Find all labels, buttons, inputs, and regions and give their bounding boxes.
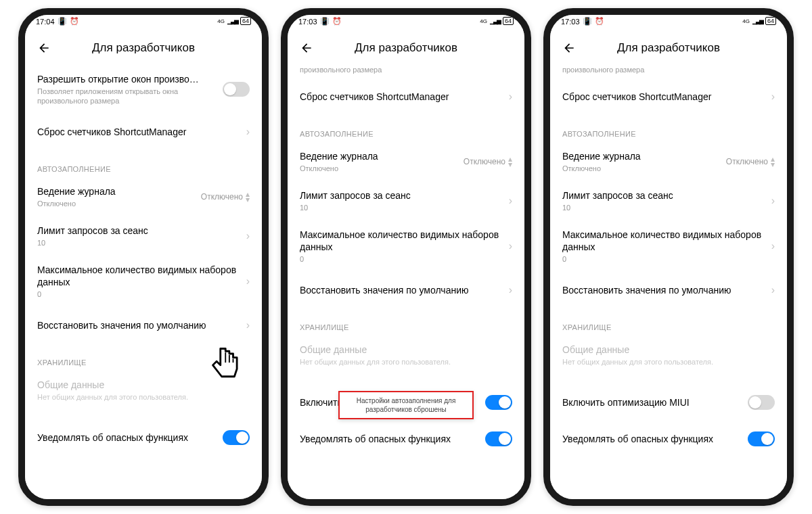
item-title: Максимальное количество видимых наборов … xyxy=(562,229,765,253)
updown-icon: ▴▾ xyxy=(246,191,250,202)
battery-indicator: 64 xyxy=(765,17,776,25)
page-title: Для разработчиков xyxy=(33,41,254,55)
screen: 17:03 📳 ⏰ 4G ▁▃▅ 64 Для разработчиков пр… xyxy=(288,15,524,499)
item-subtitle: 10 xyxy=(300,203,502,212)
status-time: 17:04 xyxy=(36,18,55,26)
item-logging[interactable]: Ведение журнала Отключено Отключено ▴▾ xyxy=(288,142,524,181)
item-title: Общие данные xyxy=(300,344,505,356)
item-restore-defaults[interactable]: Восстановить значения по умолчанию › xyxy=(550,272,787,308)
item-subtitle: Нет общих данных для этого пользователя. xyxy=(37,392,243,402)
screen: 17:04 📳 ⏰ 4G ▁▃▅ 64 Для разработчиков Ра… xyxy=(25,15,262,499)
signal-icon: ▁▃▅ xyxy=(227,18,238,24)
section-storage: ХРАНИЛИЩЕ xyxy=(550,308,787,335)
item-maxsets[interactable]: Максимальное количество видимых наборов … xyxy=(550,220,787,272)
item-logging[interactable]: Ведение журнала Отключено Отключено ▴▾ xyxy=(550,142,787,181)
item-subtitle: Отключено xyxy=(37,199,194,208)
item-value: Отключено xyxy=(464,157,505,166)
network-indicator: 4G xyxy=(217,18,225,24)
item-subtitle: Отключено xyxy=(562,164,719,173)
chevron-right-icon: › xyxy=(509,284,512,296)
item-subtitle: Отключено xyxy=(300,164,457,173)
item-subtitle: 0 xyxy=(562,254,765,264)
item-subtitle: Нет общих данных для этого пользователя. xyxy=(300,357,505,367)
settings-content[interactable]: Разрешить открытие окон произво… Позволя… xyxy=(25,65,262,499)
chevron-right-icon: › xyxy=(246,126,250,138)
toggle-allow-resize[interactable] xyxy=(223,82,250,97)
item-title: Лимит запросов за сеанс xyxy=(37,225,240,237)
item-restore-defaults[interactable]: Восстановить значения по умолчанию › xyxy=(288,272,524,308)
toast-line: Настройки автозаполнения для xyxy=(352,396,460,405)
item-title: Лимит запросов за сеанс xyxy=(300,189,502,202)
item-reset-shortcut[interactable]: Сброс счетчиков ShortcutManager › xyxy=(550,78,787,115)
section-storage: ХРАНИЛИЩЕ xyxy=(25,344,262,371)
item-subtitle: 0 xyxy=(300,254,502,264)
toggle-notify-danger[interactable] xyxy=(748,431,775,446)
vibrate-icon: 📳 xyxy=(583,17,592,26)
toggle-notify-danger[interactable] xyxy=(485,431,512,446)
item-limit[interactable]: Лимит запросов за сеанс 10 › xyxy=(550,181,787,220)
chevron-right-icon: › xyxy=(246,230,250,242)
status-time: 17:03 xyxy=(298,18,317,26)
item-title: Сброс счетчиков ShortcutManager xyxy=(37,126,240,138)
item-value: Отключено xyxy=(726,157,768,166)
status-bar: 17:03 📳 ⏰ 4G ▁▃▅ 64 xyxy=(550,15,787,31)
item-title: Уведомлять об опасных функциях xyxy=(562,433,741,445)
page-title: Для разработчиков xyxy=(296,41,516,55)
item-reset-shortcut[interactable]: Сброс счетчиков ShortcutManager › xyxy=(25,114,262,150)
toggle-miui-opt[interactable] xyxy=(485,395,512,410)
item-title: Восстановить значения по умолчанию xyxy=(562,284,765,296)
item-maxsets[interactable]: Максимальное количество видимых наборов … xyxy=(25,256,262,307)
chevron-right-icon: › xyxy=(771,240,775,252)
item-subtitle: 10 xyxy=(562,203,765,212)
item-miui-opt[interactable]: Включить оптимизацию MIUI xyxy=(550,384,787,421)
settings-content[interactable]: произвольного размера Сброс счетчиков Sh… xyxy=(550,65,787,499)
vibrate-icon: 📳 xyxy=(320,17,330,26)
screen: 17:03 📳 ⏰ 4G ▁▃▅ 64 Для разработчиков пр… xyxy=(550,15,787,499)
status-time: 17:03 xyxy=(561,18,580,26)
vibrate-icon: 📳 xyxy=(58,17,67,26)
item-notify-danger[interactable]: Уведомлять об опасных функциях xyxy=(550,421,787,457)
item-title: Уведомлять об опасных функциях xyxy=(300,433,478,445)
updown-icon: ▴▾ xyxy=(508,156,512,167)
header: Для разработчиков xyxy=(25,31,262,65)
item-title: Общие данные xyxy=(562,344,768,356)
network-indicator: 4G xyxy=(742,18,750,24)
item-logging[interactable]: Ведение журнала Отключено Отключено ▴▾ xyxy=(25,177,262,216)
chevron-right-icon: › xyxy=(509,91,512,103)
item-subtitle: 0 xyxy=(37,289,240,299)
section-autofill: АВТОЗАПОЛНЕНИЕ xyxy=(25,150,262,177)
item-title: Восстановить значения по умолчанию xyxy=(37,319,240,331)
item-subtitle: Позволяет приложениям открывать окна про… xyxy=(37,87,216,106)
item-title: Максимальное количество видимых наборов … xyxy=(300,229,502,253)
cut-subtitle: произвольного размера xyxy=(550,65,787,78)
page-title: Для разработчиков xyxy=(558,41,779,55)
item-limit[interactable]: Лимит запросов за сеанс 10 › xyxy=(288,181,524,220)
item-value: Отключено xyxy=(201,192,243,202)
chevron-right-icon: › xyxy=(509,240,512,252)
alarm-icon: ⏰ xyxy=(595,17,604,26)
toast-line: разработчиков сброшены xyxy=(352,405,460,414)
item-shared-data: Общие данные Нет общих данных для этого … xyxy=(25,371,262,410)
item-allow-resize[interactable]: Разрешить открытие окон произво… Позволя… xyxy=(25,65,262,114)
item-title: Восстановить значения по умолчанию xyxy=(300,284,502,296)
updown-icon: ▴▾ xyxy=(771,156,775,167)
section-autofill: АВТОЗАПОЛНЕНИЕ xyxy=(288,115,524,142)
alarm-icon: ⏰ xyxy=(332,17,342,26)
status-bar: 17:03 📳 ⏰ 4G ▁▃▅ 64 xyxy=(288,15,524,31)
item-notify-danger[interactable]: Уведомлять об опасных функциях xyxy=(25,419,262,456)
settings-content[interactable]: произвольного размера Сброс счетчиков Sh… xyxy=(288,65,524,499)
section-autofill: АВТОЗАПОЛНЕНИЕ xyxy=(550,115,787,142)
item-maxsets[interactable]: Максимальное количество видимых наборов … xyxy=(288,220,524,272)
item-limit[interactable]: Лимит запросов за сеанс 10 › xyxy=(25,216,262,256)
toggle-notify-danger[interactable] xyxy=(223,430,250,445)
chevron-right-icon: › xyxy=(509,195,512,207)
item-title: Ведение журнала xyxy=(300,150,457,162)
item-reset-shortcut[interactable]: Сброс счетчиков ShortcutManager › xyxy=(288,78,524,115)
item-title: Максимальное количество видимых наборов … xyxy=(37,264,240,288)
chevron-right-icon: › xyxy=(771,91,775,103)
chevron-right-icon: › xyxy=(771,195,775,207)
item-restore-defaults[interactable]: Восстановить значения по умолчанию › xyxy=(25,307,262,344)
toggle-miui-opt[interactable] xyxy=(748,395,775,410)
item-notify-danger[interactable]: Уведомлять об опасных функциях xyxy=(288,421,524,457)
header: Для разработчиков xyxy=(288,31,524,65)
